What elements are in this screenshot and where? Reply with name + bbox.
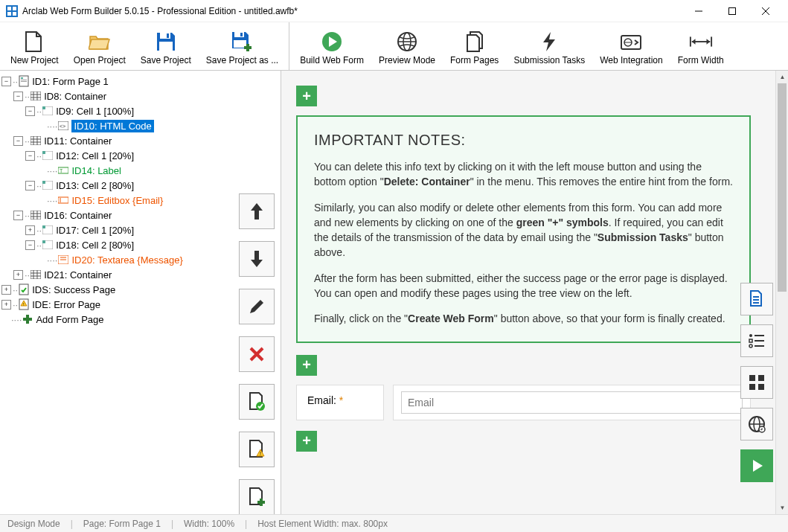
html-icon: <> (57, 120, 69, 132)
doc-tool-button[interactable] (740, 283, 773, 315)
tree-node-id8[interactable]: −··ID8: Container (1, 89, 279, 103)
notes-para-4: Finally, click on the "Create Web Form" … (314, 311, 733, 326)
svg-rect-0 (7, 7, 11, 10)
form-pages-button[interactable]: Form Pages (443, 27, 506, 68)
svg-rect-52 (31, 211, 41, 219)
pages-icon (463, 30, 487, 54)
page-warn-button[interactable]: ! (239, 432, 275, 467)
move-down-button[interactable] (239, 241, 275, 277)
collapse-icon[interactable]: − (25, 181, 35, 190)
grid-tool-button[interactable] (740, 366, 773, 399)
svg-rect-10 (159, 42, 173, 51)
notes-para-3: After the form has been submitted, eithe… (314, 271, 733, 301)
collapse-icon[interactable]: − (13, 136, 23, 146)
textarea-icon (57, 254, 69, 266)
tree-node-id10[interactable]: ····<>ID10: HTML Code (1, 118, 279, 133)
collapse-icon[interactable]: − (1, 77, 11, 86)
page-check-button[interactable] (239, 384, 275, 420)
collapse-icon[interactable]: − (13, 92, 23, 101)
plus-icon (22, 313, 33, 325)
web-integration-button[interactable]: Web Integration (592, 27, 670, 68)
scroll-down-icon[interactable]: ▼ (776, 501, 788, 514)
tree-node-id9[interactable]: −··ID9: Cell 1 [100%] (1, 103, 279, 118)
delete-button[interactable] (239, 336, 275, 372)
form-width-button[interactable]: Form Width (670, 27, 731, 68)
page-add-button[interactable] (239, 479, 275, 514)
tree-node-id18[interactable]: −··ID18: Cell 2 [80%] (1, 237, 279, 252)
expand-icon[interactable]: + (1, 300, 11, 310)
build-web-form-button[interactable]: Build Web Form (292, 27, 371, 68)
tree-node-ids[interactable]: +··IDS: Success Page (1, 282, 279, 297)
add-element-button[interactable]: + (296, 431, 317, 452)
canvas-panel: + IMPORTANT NOTES: You can delete this i… (281, 71, 788, 514)
statusbar: Design Mode| Page: Form Page 1| Width: 1… (0, 514, 788, 532)
collapse-icon[interactable]: − (13, 211, 23, 220)
svg-rect-39 (31, 136, 41, 145)
collapse-icon[interactable]: − (25, 151, 35, 161)
svg-text:<>: <> (60, 124, 65, 129)
new-project-button[interactable]: New Project (3, 27, 66, 68)
tree-node-id17[interactable]: +··ID17: Cell 1 [20%] (1, 222, 279, 237)
app-icon (6, 5, 18, 17)
tree-node-id14[interactable]: ····TID14: Label (1, 163, 279, 178)
tree-node-id15[interactable]: ····ID15: Editbox {Email} (1, 193, 279, 208)
globe-tool-button[interactable] (740, 408, 773, 440)
notes-para-1: You can delete this info text by clickin… (314, 159, 733, 190)
collapse-icon[interactable]: − (25, 106, 35, 116)
svg-rect-36 (42, 106, 45, 109)
folder-open-icon (88, 30, 112, 54)
integration-icon (619, 30, 643, 54)
cell-icon (42, 179, 54, 191)
tree-node-id11[interactable]: −··ID11: Container (1, 133, 279, 148)
expand-icon[interactable]: + (25, 225, 35, 235)
collapse-icon[interactable]: − (25, 240, 35, 250)
notes-container[interactable]: IMPORTANT NOTES: You can delete this inf… (296, 115, 751, 343)
submission-tasks-button[interactable]: Submission Tasks (506, 27, 592, 68)
grid-icon (30, 135, 42, 147)
maximize-button[interactable] (715, 0, 749, 22)
notes-para-2: Similarly, you can also modify or delete… (314, 200, 733, 260)
svg-rect-2 (7, 12, 11, 16)
grid-icon (30, 90, 42, 102)
grid-icon (30, 209, 42, 221)
save-project-button[interactable]: Save Project (133, 27, 199, 68)
tree-node-id1[interactable]: −··ID1: Form Page 1 (1, 74, 279, 89)
minimize-button[interactable] (682, 0, 715, 22)
add-element-button[interactable]: + (296, 355, 317, 376)
tree-node-add[interactable]: ····Add Form Page (1, 312, 279, 327)
scroll-thumb[interactable] (778, 83, 787, 292)
list-tool-button[interactable] (740, 324, 773, 357)
play-icon (320, 30, 344, 54)
email-label-cell[interactable]: Email: * (296, 385, 384, 420)
tree-node-id12[interactable]: −··ID12: Cell 1 [20%] (1, 148, 279, 163)
cell-icon (42, 105, 54, 117)
preview-mode-button[interactable]: Preview Mode (371, 27, 443, 68)
open-project-button[interactable]: Open Project (66, 27, 133, 68)
tree-node-id16[interactable]: −··ID16: Container (1, 208, 279, 222)
email-input-cell[interactable] (393, 385, 751, 420)
tree-node-ide[interactable]: +··!IDE: Error Page (1, 297, 279, 312)
tree-node-id13[interactable]: −··ID13: Cell 2 [80%] (1, 178, 279, 193)
move-up-button[interactable] (239, 193, 275, 229)
cell-icon (42, 239, 54, 251)
play-tool-button[interactable] (740, 449, 773, 482)
svg-rect-11 (234, 32, 244, 37)
expand-icon[interactable]: + (1, 285, 11, 295)
tree-node-id21[interactable]: +··ID21: Container (1, 267, 279, 282)
close-button[interactable] (749, 0, 782, 22)
add-element-button[interactable]: + (296, 86, 317, 106)
file-icon (22, 30, 46, 54)
edit-button[interactable] (239, 289, 275, 324)
page-icon (18, 75, 30, 87)
tree-node-id20[interactable]: ····ID20: Textarea {Message} (1, 252, 279, 267)
save-project-as-button[interactable]: Save Project as ... (199, 27, 286, 68)
email-input[interactable] (401, 391, 743, 414)
svg-rect-5 (728, 7, 735, 14)
bolt-icon (537, 30, 561, 54)
scrollbar[interactable]: ▲ ▼ (775, 71, 788, 514)
svg-rect-29 (21, 81, 27, 82)
expand-icon[interactable]: + (13, 270, 23, 280)
error-page-icon: ! (18, 298, 30, 310)
scroll-up-icon[interactable]: ▲ (776, 71, 788, 83)
save-icon (154, 30, 178, 54)
